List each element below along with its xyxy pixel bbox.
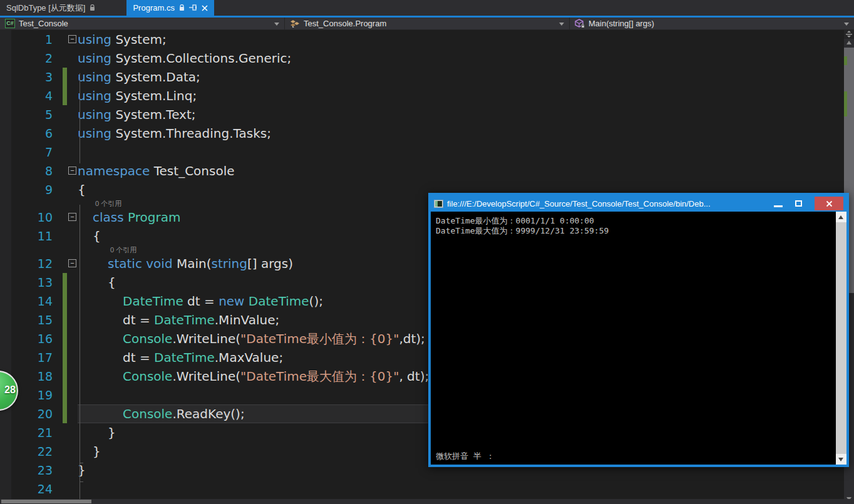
visual-studio-window: SqlDbType [从元数据] Program.cs [0, 0, 854, 504]
scroll-up-icon[interactable] [846, 41, 851, 44]
code-line-content: using System.Data; [78, 68, 844, 86]
editor-gutter: − [55, 162, 78, 180]
lock-icon [90, 4, 95, 11]
code-line-24[interactable]: 24 [0, 480, 844, 498]
console-title: file:///E:/DevelopScript/C#_Source/Test_… [447, 199, 770, 208]
editor-gutter [55, 49, 78, 68]
type-dropdown[interactable]: Test_Console.Program [285, 18, 570, 29]
code-token: dt = [123, 312, 154, 327]
line-number: 3 [0, 68, 55, 86]
console-output-area[interactable]: DateTime最小值为：0001/1/1 0:00:00 DateTime最大… [431, 212, 846, 465]
change-indicator [63, 86, 67, 105]
code-line-3[interactable]: 3using System.Data; [0, 68, 844, 86]
code-token: { [93, 229, 101, 244]
tab-program-cs[interactable]: Program.cs [126, 0, 214, 16]
line-number: 22 [0, 442, 55, 461]
line-number: 16 [0, 329, 55, 348]
close-button[interactable] [815, 197, 843, 210]
tab-sqldbtype[interactable]: SqlDbType [从元数据] [0, 0, 101, 16]
code-token: System.Data; [111, 69, 200, 85]
code-line-content: using System.Threading.Tasks; [78, 124, 844, 143]
change-mark [844, 91, 847, 116]
ime-status-text: 微软拼音 半 ： [436, 451, 495, 462]
scroll-up-icon[interactable] [836, 212, 846, 222]
code-token: void [146, 256, 172, 271]
project-dropdown-label: Test_Console [19, 19, 68, 28]
editor-gutter [55, 442, 78, 461]
change-indicator [63, 348, 67, 367]
code-line-6[interactable]: 6using System.Threading.Tasks; [0, 124, 844, 143]
editor-gutter [55, 386, 78, 404]
change-indicator [63, 273, 67, 292]
code-token: using [78, 88, 111, 103]
maximize-button[interactable] [795, 200, 802, 207]
editor-gutter [55, 348, 78, 367]
editor-gutter [55, 105, 78, 124]
editor-gutter [55, 227, 78, 245]
code-token: static [108, 256, 142, 271]
scroll-down-icon[interactable] [836, 454, 846, 465]
editor-gutter [55, 124, 78, 143]
console-scroll-thumb[interactable] [836, 222, 846, 454]
outline-guide-tick [80, 463, 83, 463]
code-token: , dt); [399, 369, 429, 384]
lock-icon [179, 4, 185, 11]
close-icon [826, 200, 833, 207]
document-tab-bar: SqlDbType [从元数据] Program.cs [0, 0, 854, 16]
method-icon [575, 19, 585, 28]
console-scrollbar[interactable] [836, 212, 846, 465]
line-number: 15 [0, 311, 55, 329]
line-number: 1 [0, 30, 55, 49]
code-token: using [78, 126, 111, 141]
code-token: Console [123, 331, 172, 346]
line-number: 4 [0, 86, 55, 105]
code-line-content: using System.Linq; [78, 86, 844, 105]
editor-gutter [55, 329, 78, 348]
project-dropdown[interactable]: C# Test_Console [0, 18, 285, 29]
console-title-bar[interactable]: file:///E:/DevelopScript/C#_Source/Test_… [431, 195, 846, 212]
code-token: DateTime [249, 294, 309, 309]
code-token: "DateTime最大值为：{0}" [240, 369, 399, 384]
chevron-down-icon [844, 23, 849, 26]
code-token: Main( [173, 256, 212, 271]
pin-icon[interactable] [189, 4, 197, 11]
code-line-8[interactable]: 8−namespace Test_Console [0, 162, 844, 180]
splitter-handle-icon[interactable] [844, 30, 854, 39]
code-token: DateTime [154, 350, 215, 365]
code-line-content: using System.Collections.Generic; [78, 49, 844, 68]
code-token: using [78, 51, 111, 66]
editor-gutter [55, 311, 78, 329]
line-number: 2 [0, 49, 55, 68]
line-number: 21 [0, 423, 55, 442]
console-output-line: DateTime最大值为：9999/12/31 23:59:59 [436, 225, 609, 237]
code-token: Console [123, 406, 172, 421]
code-line-2[interactable]: 2using System.Collections.Generic; [0, 49, 844, 68]
tab-label: SqlDbType [从元数据] [6, 3, 85, 14]
editor-gutter [55, 180, 78, 199]
chevron-down-icon [559, 23, 564, 26]
code-token: System.Collections.Generic; [111, 51, 291, 66]
code-line-4[interactable]: 4using System.Linq; [0, 86, 844, 105]
fold-collapse-icon[interactable]: − [68, 167, 76, 175]
editor-gutter [55, 367, 78, 386]
editor-gutter [55, 292, 78, 311]
code-line-7[interactable]: 7 [0, 143, 844, 162]
fold-collapse-icon[interactable]: − [68, 35, 76, 43]
code-token: .MaxValue; [215, 350, 283, 365]
line-number: 23 [0, 461, 55, 480]
code-line-1[interactable]: 1−using System; [0, 30, 844, 49]
line-number: 9 [0, 180, 55, 199]
console-window[interactable]: file:///E:/DevelopScript/C#_Source/Test_… [428, 193, 849, 467]
code-line-5[interactable]: 5using System.Text; [0, 105, 844, 124]
close-icon[interactable] [202, 5, 208, 11]
editor-horizontal-scrollbar[interactable] [0, 499, 844, 504]
member-dropdown[interactable]: Main(string[] args) [570, 18, 854, 29]
code-token: } [93, 444, 101, 459]
fold-collapse-icon[interactable]: − [68, 259, 76, 267]
code-token: DateTime [154, 312, 215, 327]
horizontal-scroll-thumb[interactable] [1, 500, 91, 503]
code-token: System; [111, 32, 167, 47]
fold-collapse-icon[interactable]: − [68, 213, 76, 221]
editor-gutter: − [55, 254, 78, 273]
minimize-button[interactable] [774, 205, 783, 207]
